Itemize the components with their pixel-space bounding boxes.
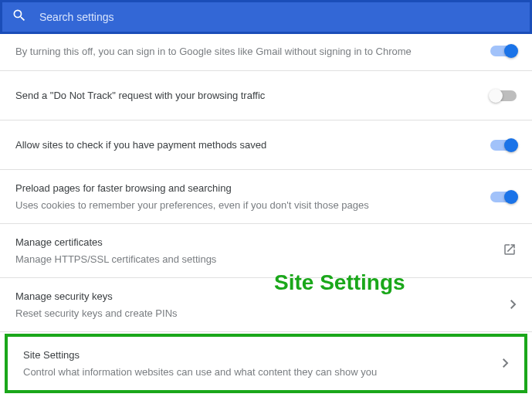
clear-browsing-row[interactable]: Clear browsing data Clear history, cooki… <box>0 395 532 404</box>
chevron-right-icon <box>510 298 517 312</box>
preload-toggle[interactable] <box>490 192 517 202</box>
dnt-row: Send a "Do Not Track" request with your … <box>0 71 532 121</box>
search-icon <box>12 8 27 26</box>
preload-title: Preload pages for faster browsing and se… <box>15 181 481 196</box>
preload-sub: Uses cookies to remember your preference… <box>15 198 481 213</box>
security-keys-title: Manage security keys <box>15 289 501 304</box>
site-settings-title: Site Settings <box>23 348 493 363</box>
payment-title: Allow sites to check if you have payment… <box>15 137 481 153</box>
certificates-sub: Manage HTTPS/SSL certificates and settin… <box>15 252 493 267</box>
settings-list: By turning this off, you can sign in to … <box>0 34 532 404</box>
chevron-right-icon <box>503 357 509 371</box>
signin-toggle[interactable] <box>490 46 517 56</box>
site-settings-sub: Control what information websites can us… <box>23 365 493 380</box>
search-bar[interactable] <box>0 0 532 34</box>
certificates-row[interactable]: Manage certificates Manage HTTPS/SSL cer… <box>0 224 532 278</box>
search-input[interactable] <box>39 11 520 23</box>
certificates-title: Manage certificates <box>15 235 493 250</box>
payment-toggle[interactable] <box>490 140 517 151</box>
external-link-icon <box>503 243 517 260</box>
site-settings-highlight: Site Settings Control what information w… <box>5 334 527 393</box>
signin-row: By turning this off, you can sign in to … <box>0 34 532 71</box>
dnt-title: Send a "Do Not Track" request with your … <box>15 88 481 104</box>
signin-sub: By turning this off, you can sign in to … <box>15 44 481 59</box>
site-settings-row[interactable]: Site Settings Control what information w… <box>8 337 524 390</box>
security-keys-row[interactable]: Manage security keys Reset security keys… <box>0 278 532 332</box>
security-keys-sub: Reset security keys and create PINs <box>15 306 501 321</box>
preload-row: Preload pages for faster browsing and se… <box>0 170 532 224</box>
payment-row: Allow sites to check if you have payment… <box>0 121 532 170</box>
dnt-toggle[interactable] <box>490 90 517 101</box>
